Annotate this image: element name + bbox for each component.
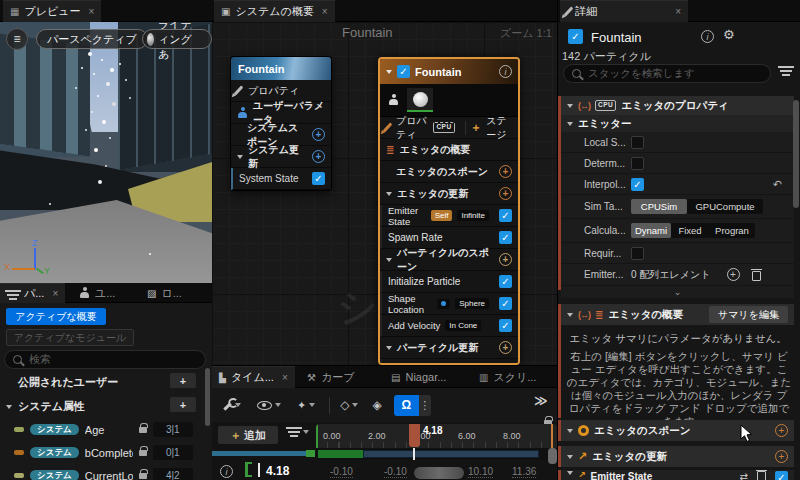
preview-viewport[interactable]: ≡ パースペクティブ ライティングあ Z X Y <box>0 22 212 283</box>
loop-bracket-icon[interactable] <box>245 462 252 477</box>
lighting-button[interactable]: ライティングあ <box>142 29 212 49</box>
perspective-button[interactable]: パースペクティブ <box>36 29 148 49</box>
auto-key-button[interactable]: ◈ <box>372 398 381 412</box>
keyframe-options-button[interactable]: ◇ <box>340 398 358 412</box>
emitter-enabled-checkbox[interactable] <box>568 29 583 44</box>
emitter-update-header[interactable]: ↗ エミッタの更新 <box>561 446 794 467</box>
close-icon[interactable]: × <box>52 288 58 299</box>
particle-update-group-row[interactable]: パーティクル更新 <box>380 337 518 359</box>
add-stage-button[interactable]: ステージ <box>486 114 512 142</box>
view-range-end[interactable]: 10.10 <box>468 466 493 478</box>
module-enabled-checkbox[interactable] <box>499 319 512 332</box>
range-start-bracket[interactable] <box>316 424 318 448</box>
info-icon[interactable] <box>701 30 714 43</box>
add-module-icon[interactable] <box>499 341 512 354</box>
emitter-enabled-checkbox[interactable] <box>397 65 410 78</box>
add-module-icon[interactable] <box>312 128 325 141</box>
snap-options-button[interactable]: ⋮ <box>419 395 431 416</box>
active-modules-button[interactable]: アクティブなモジュール <box>6 329 134 346</box>
track-filter-button[interactable] <box>288 430 309 434</box>
add-module-icon[interactable] <box>499 165 512 178</box>
module-enabled-checkbox[interactable] <box>312 172 325 185</box>
tab-parameters[interactable]: パ... × <box>0 283 65 303</box>
param-row[interactable]: システム CurrentLoo 4|2 <box>0 464 204 480</box>
segment-option-cpusim[interactable]: CPUSim <box>631 199 687 214</box>
emitter-subheader[interactable]: エミッター <box>561 115 794 132</box>
segment-option-gpucompute[interactable]: GPUCompute <box>687 199 763 214</box>
tab-niagara-log[interactable]: ▤ Niagar... <box>384 366 453 388</box>
system-state-row[interactable]: System State <box>231 168 331 190</box>
module-enabled-checkbox[interactable] <box>775 471 788 480</box>
playhead-handle[interactable] <box>409 424 420 447</box>
range-end-bracket[interactable] <box>551 424 553 448</box>
emitter-summary-header[interactable]: (↔) ≣ エミッタの概要 サマリを編集 <box>561 304 794 325</box>
module-row-add-velocity[interactable]: Add Velocity In Cone <box>380 315 518 337</box>
emitter-state-row[interactable]: ↗ Emitter State ⇄ <box>561 470 794 480</box>
snap-toggle-button[interactable]: Ω <box>394 395 419 416</box>
module-enabled-checkbox[interactable] <box>499 297 512 310</box>
tab-curves[interactable]: ⚒ カーブ <box>300 366 361 388</box>
system-node-header[interactable]: Fountain <box>231 57 331 80</box>
add-system-attr-button[interactable]: + <box>170 397 196 412</box>
tab-preview[interactable]: ▦ プレビュー × <box>3 0 101 22</box>
property-row-localspace[interactable]: Local S... <box>561 132 794 153</box>
module-row-emitter-state[interactable]: Emitter State Self Infinite <box>380 205 518 227</box>
tab-timeline[interactable]: ▙ タイム... × <box>212 366 295 388</box>
shuffle-icon[interactable]: ⇄ <box>740 471 748 480</box>
details-scrollbar[interactable] <box>793 100 799 208</box>
emitter-spawn-header[interactable]: エミッタのスポーン <box>561 420 794 441</box>
property-row-interpolated[interactable]: Interpol... ↶ <box>561 174 794 195</box>
property-checkbox[interactable] <box>631 247 644 260</box>
property-row-calculatebounds[interactable]: Calcula... Dynami Fixed Progran <box>561 219 794 243</box>
add-module-icon[interactable] <box>312 150 325 163</box>
add-module-icon[interactable] <box>775 424 788 437</box>
emitter-properties-header[interactable]: (↔) CPU エミッタのプロパティ <box>561 96 794 115</box>
segment-option-fixed[interactable]: Fixed <box>671 223 709 238</box>
property-row-requires[interactable]: Requir... <box>561 243 794 264</box>
active-overview-button[interactable]: アクティブな概要 <box>6 308 106 325</box>
add-module-icon[interactable] <box>499 253 512 266</box>
property-row-emitterarray[interactable]: Emitter... 0 配列エレメント <box>561 264 794 286</box>
system-overview-graph[interactable]: Fountain ズーム 1:1 システム Fountain プロパティ ユーザ… <box>212 22 557 365</box>
renderer-thumbnail[interactable] <box>407 88 433 112</box>
scroll-grip[interactable] <box>548 448 557 464</box>
module-row-initialize-particle[interactable]: Initialize Particle <box>380 271 518 293</box>
close-icon[interactable]: × <box>675 6 681 17</box>
param-row[interactable]: システム bCompleteC 0|1 <box>0 441 204 464</box>
system-attrs-header[interactable]: システム属性 <box>6 399 85 414</box>
system-update-row[interactable]: システム更新 <box>231 146 331 168</box>
edit-summary-button[interactable]: サマリを編集 <box>709 306 788 323</box>
property-checkbox[interactable] <box>631 178 644 191</box>
module-row-shape-location[interactable]: Shape Location Sphere <box>380 293 518 315</box>
particle-spawn-group-row[interactable]: パーティクルのスポーン <box>380 249 518 271</box>
tab-log[interactable]: ▨ ロ... <box>140 283 189 303</box>
info-icon[interactable] <box>499 65 512 78</box>
add-track-button[interactable]: ＋ 追加 <box>218 426 278 444</box>
emitter-summary-row[interactable]: ≣ エミッタの概要 <box>380 139 518 161</box>
module-enabled-checkbox[interactable] <box>499 231 512 244</box>
trash-icon[interactable] <box>752 271 761 281</box>
info-icon[interactable] <box>220 465 233 478</box>
emitter-update-group-row[interactable]: エミッタの更新 <box>380 183 518 205</box>
current-time-value[interactable]: 4.18 <box>266 464 289 478</box>
tab-script-stats[interactable]: ▥ スクリ... <box>472 366 543 388</box>
add-published-user-button[interactable]: + <box>170 373 196 388</box>
expand-section-button[interactable]: ⌄ <box>561 286 794 298</box>
gear-icon[interactable]: ⚙ <box>723 27 735 42</box>
system-node[interactable]: Fountain プロパティ ユーザーパラメータ システムスポーン システム更新… <box>230 56 332 191</box>
tab-user[interactable]: ユ... <box>72 283 122 303</box>
segment-option-programmatic[interactable]: Progran <box>709 223 755 238</box>
property-row-determinism[interactable]: Determ... <box>561 153 794 174</box>
timeline-ruler[interactable]: 0.00 2.00 4.00 6.00 8.00 4.18 <box>316 424 557 448</box>
add-element-icon[interactable] <box>727 268 740 281</box>
tab-details[interactable]: 詳細 × <box>560 0 688 22</box>
trash-icon[interactable] <box>757 471 766 480</box>
tab-system-overview[interactable]: ▣ システムの概要 × <box>214 0 335 22</box>
property-checkbox[interactable] <box>631 136 644 149</box>
range-scrollbar-thumb[interactable] <box>414 467 464 479</box>
params-search-input[interactable]: 検索 <box>4 350 206 369</box>
emitter-node[interactable]: Fountain プロパティ CPU ＋ ステージ ≣ エミッタの概要 <box>378 57 520 365</box>
emitter-node-header[interactable]: Fountain <box>380 59 518 84</box>
playback-range-start[interactable]: -0.10 <box>330 466 353 478</box>
settings-wrench-button[interactable] <box>226 400 241 411</box>
